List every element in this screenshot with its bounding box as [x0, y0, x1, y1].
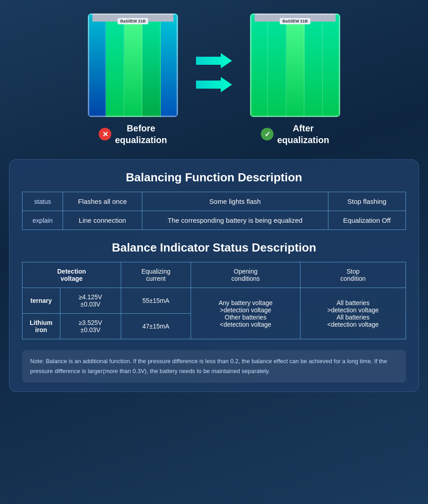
top-section: BaSilEW 21B ✕ Beforeequalization [0, 0, 428, 155]
after-battery-image: BaSilEW 21B [250, 14, 340, 117]
header-detection-voltage: Detectionvoltage [23, 262, 121, 288]
table-row: status Flashes all once Some lights flas… [23, 192, 406, 211]
before-label-text: Beforeequalization [115, 122, 167, 146]
balancing-function-table: status Flashes all once Some lights flas… [22, 192, 406, 230]
svg-marker-1 [196, 77, 232, 92]
table-row-ternary: ternary ≥4.125V±0.03V 55±15mA Any batter… [23, 288, 406, 314]
table-row: explain Line connection The correspondin… [23, 211, 406, 230]
arrow-bottom [196, 77, 232, 93]
cell-lithium-voltage: ≥3.525V±0.03V [60, 314, 121, 339]
header-opening-conditions: Openingconditions [191, 262, 301, 288]
cell-ternary-label: ternary [23, 288, 60, 314]
arrow-top [196, 53, 232, 69]
battery-frame-before [88, 14, 178, 117]
before-label-row: ✕ Beforeequalization [99, 122, 167, 146]
cell-ternary-voltage: ≥4.125V±0.03V [60, 288, 121, 314]
after-battery-container: BaSilEW 21B ✓ Afterequalization [250, 14, 340, 146]
cell-ternary-current: 55±15mA [121, 288, 191, 314]
after-label-row: ✓ Afterequalization [261, 122, 329, 146]
check-icon: ✓ [261, 128, 273, 140]
note-text: Note: Balance is an additional function.… [30, 356, 398, 376]
cell-lithium-label: Lithiumiron [23, 314, 60, 339]
cross-icon: ✕ [99, 128, 111, 140]
main-content-box: Balancing Function Description status Fl… [9, 159, 419, 392]
cell-stop-condition: All batteries>detection voltageAll batte… [301, 288, 406, 339]
header-equalizing-current: Equalizingcurrent [121, 262, 191, 288]
before-battery-container: BaSilEW 21B ✕ Beforeequalization [88, 14, 178, 146]
cell-lithium-current: 47±15mA [121, 314, 191, 339]
battery-label-after: BaSilEW 21B [280, 18, 310, 24]
before-battery-image: BaSilEW 21B [88, 14, 178, 117]
balance-indicator-table: Detectionvoltage Equalizingcurrent Openi… [22, 262, 406, 339]
battery-label-before: BaSilEW 21B [118, 18, 148, 24]
cell-equalization-off: Equalization Off [328, 211, 405, 230]
cell-equalized-desc: The corresponding battery is being equal… [142, 211, 328, 230]
table-header-row: Detectionvoltage Equalizingcurrent Openi… [23, 262, 406, 288]
svg-marker-0 [196, 53, 232, 68]
cell-opening-conditions: Any battery voltage>detection voltageOth… [191, 288, 301, 339]
cell-status-label: status [23, 192, 63, 211]
cell-line-connection: Line connection [63, 211, 142, 230]
note-box: Note: Balance is an additional function.… [22, 350, 406, 382]
cell-flashes-all: Flashes all once [63, 192, 142, 211]
header-stop-condition: Stopcondition [301, 262, 406, 288]
after-label-text: Afterequalization [277, 122, 329, 146]
cell-stop-flashing: Stop flashing [328, 192, 405, 211]
arrows-container [196, 53, 232, 106]
cell-explain-label: explain [23, 211, 63, 230]
cell-some-lights: Some lights flash [142, 192, 328, 211]
battery-frame-after [250, 14, 340, 117]
section1-title: Balancing Function Description [22, 171, 406, 184]
section2-title: Balance Indicator Status Description [22, 241, 406, 255]
